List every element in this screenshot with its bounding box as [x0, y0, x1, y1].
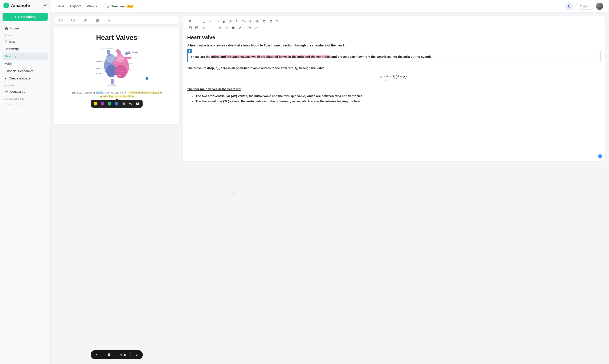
- svg-text:Tricuspid Valve: Tricuspid Valve: [96, 73, 102, 74]
- star-icon[interactable]: ☆: [15, 102, 18, 106]
- formula: a ∂Q∂t + bQ2 = Δp: [187, 73, 295, 81]
- image-button[interactable]: [187, 25, 193, 30]
- editor-toolbar: B I U S TI ¶ 12 ❝: [187, 19, 295, 24]
- view-dropdown[interactable]: View ▼: [87, 4, 98, 8]
- clock-icon[interactable]: [59, 18, 63, 22]
- svg-text:2: 2: [249, 21, 249, 22]
- list-item: The two atrioventricular (AV) valves, th…: [196, 94, 295, 98]
- svg-text:Pulmonary Vein: Pulmonary Vein: [132, 57, 138, 59]
- editor-pane: B I U S TI ¶ 12 ❝ Ω —: [183, 13, 295, 177]
- spaces-section-label: Spaces: [2, 32, 48, 38]
- document-pane: A Heart Valves Superior Vena Cava Aorta …: [51, 13, 183, 177]
- svg-text:Pulmonary Artery: Pulmonary Artery: [132, 52, 138, 53]
- save-button[interactable]: Save: [56, 4, 64, 8]
- svg-rect-2: [96, 19, 99, 22]
- svg-text:Aorta: Aorta: [119, 51, 121, 52]
- wikipedia-icon[interactable]: W: [129, 102, 132, 105]
- editor-toolbar-row2: Ω — √x: [187, 25, 295, 30]
- italic-button[interactable]: I: [194, 19, 200, 24]
- formula-button[interactable]: √x: [224, 25, 230, 30]
- rating-stars[interactable]: ☆ ☆ ☆ ☆ ☆: [2, 101, 48, 107]
- color-purple[interactable]: [101, 102, 104, 105]
- sidebar-space-math[interactable]: Math: [2, 60, 48, 67]
- table-button[interactable]: [194, 25, 200, 30]
- svg-rect-32: [189, 27, 191, 29]
- annotation-tag: 1: [187, 49, 192, 53]
- brand-name: Amanote: [11, 3, 42, 8]
- svg-point-29: [255, 20, 256, 21]
- document-caption: The heart, showing valves, arteries and …: [65, 91, 169, 98]
- strikethrough-button[interactable]: S: [207, 19, 213, 24]
- svg-text:Left Ventricle: Left Ventricle: [118, 70, 124, 72]
- svg-text:Right Ventricle: Right Ventricle: [114, 75, 121, 76]
- hr-button[interactable]: —: [207, 25, 213, 30]
- ordered-list-dropdown[interactable]: 12: [248, 19, 254, 24]
- font-size-dropdown[interactable]: TI: [214, 19, 220, 24]
- sidebar: Amanote + Note-taking Home Spaces Physic…: [0, 0, 51, 177]
- at-icon: @: [5, 90, 8, 93]
- header: Save Export View ▼ Summary New English: [51, 0, 295, 13]
- unordered-list-dropdown[interactable]: [254, 19, 260, 24]
- pencil-icon[interactable]: [83, 18, 87, 22]
- color-green[interactable]: [108, 102, 111, 105]
- editor-content[interactable]: Heart valve A heart valve is a one-way v…: [187, 32, 295, 104]
- svg-text:Mitral Valve: Mitral Valve: [127, 62, 133, 64]
- quote-dropdown[interactable]: ❝: [275, 19, 280, 24]
- paragraph-dropdown[interactable]: ¶: [234, 19, 240, 24]
- google-icon[interactable]: [121, 102, 125, 105]
- indent-button[interactable]: [268, 19, 274, 24]
- logo-icon: [3, 2, 9, 8]
- contact-label: Contact us: [10, 90, 25, 93]
- star-icon[interactable]: ☆: [19, 102, 22, 106]
- highlight-color-popup: W: [91, 100, 143, 108]
- sidebar-space-biology[interactable]: Biology: [2, 52, 48, 60]
- underline-button[interactable]: U: [201, 19, 207, 24]
- collapse-sidebar-icon[interactable]: [43, 4, 47, 8]
- outdent-button[interactable]: [261, 19, 267, 24]
- annotation-badge[interactable]: 1: [145, 77, 149, 80]
- note-title: Heart valve: [187, 34, 295, 41]
- redo-button[interactable]: [254, 25, 260, 30]
- align-dropdown[interactable]: [241, 19, 247, 24]
- draw-button[interactable]: [237, 25, 243, 30]
- plus-icon: +: [5, 77, 7, 80]
- sidebar-item-home[interactable]: Home: [2, 25, 48, 32]
- sidebar-space-chemistry[interactable]: Chemistry: [2, 45, 48, 52]
- svg-text:Superior Vena Cava: Superior Vena Cava: [102, 48, 113, 49]
- youtube-icon[interactable]: [136, 102, 140, 105]
- color-yellow[interactable]: [94, 102, 97, 105]
- bold-button[interactable]: B: [187, 19, 193, 24]
- export-button[interactable]: Export: [70, 4, 81, 8]
- create-space-button[interactable]: + Create a space: [2, 75, 48, 82]
- sidebar-space-physics[interactable]: Physics: [2, 38, 48, 45]
- sticky-note-button[interactable]: [230, 25, 236, 30]
- undo-button[interactable]: [247, 25, 253, 30]
- view-label: View: [87, 4, 94, 8]
- summary-button[interactable]: Summary New: [104, 3, 137, 10]
- document-page: Heart Valves Superior Vena Cava Aorta Pu…: [54, 27, 179, 124]
- text-color-button[interactable]: [221, 19, 227, 24]
- plus-icon: +: [15, 15, 17, 18]
- editor: B I U S TI ¶ 12 ❝ Ω —: [183, 16, 295, 161]
- note-taking-label: Note-taking: [18, 15, 36, 18]
- presentation-icon[interactable]: [71, 18, 75, 22]
- star-icon[interactable]: ☆: [8, 102, 11, 106]
- new-badge: New: [126, 5, 134, 8]
- omega-button[interactable]: Ω: [201, 25, 207, 30]
- contact-us-link[interactable]: @ Contact us: [2, 88, 48, 95]
- document-toolbar: A: [54, 16, 179, 24]
- clear-format-button[interactable]: [227, 19, 233, 24]
- list-item: The two semilunar (SL) valves, the aorti…: [196, 99, 295, 104]
- svg-text:Aortic Valve: Aortic Valve: [126, 69, 132, 70]
- sidebar-space-financial-economics[interactable]: Financial Economics: [2, 67, 48, 75]
- svg-rect-1: [71, 19, 74, 21]
- note-icon[interactable]: [95, 18, 99, 22]
- text-icon[interactable]: A: [108, 18, 111, 22]
- bullet-list: The two atrioventricular (AV) valves, th…: [187, 94, 295, 104]
- star-icon[interactable]: ☆: [11, 102, 14, 106]
- highlighter-button[interactable]: [217, 25, 223, 30]
- svg-text:Inferior Vena Cava: Inferior Vena Cava: [107, 85, 117, 86]
- color-blue[interactable]: [115, 102, 118, 105]
- star-icon[interactable]: ☆: [4, 102, 7, 106]
- note-taking-button[interactable]: + Note-taking: [2, 13, 48, 21]
